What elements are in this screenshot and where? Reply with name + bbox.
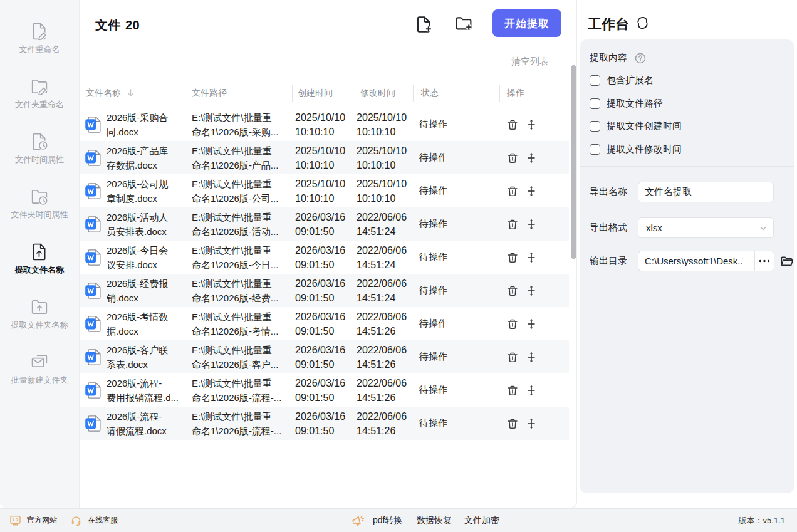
word-file-icon: [85, 182, 102, 200]
delete-icon[interactable]: [507, 185, 518, 197]
created-time: 2025/10/10 10:10:10: [295, 177, 355, 206]
table-row[interactable]: 2026版-考情数 据.docxE:\测试文件\批量重 命名1\2026版-考情…: [80, 307, 569, 340]
table-row[interactable]: 2026版-公司规 章制度.docxE:\测试文件\批量重 命名1\2026版-…: [80, 174, 569, 207]
checkbox[interactable]: [590, 121, 600, 132]
checkbox[interactable]: [590, 144, 600, 155]
word-file-icon: [85, 149, 102, 167]
checkbox-row-4[interactable]: 提取文件修改时间: [590, 143, 682, 155]
word-file-icon: [85, 282, 102, 300]
table-row[interactable]: 2026版-今日会 议安排.docxE:\测试文件\批量重 命名1\2026版-…: [80, 241, 569, 274]
status-text: 待操作: [419, 218, 447, 229]
move-icon[interactable]: [526, 252, 537, 263]
panel-divider: [580, 166, 794, 167]
pdf-convert-link[interactable]: pdf转换: [373, 509, 402, 532]
table-scrollbar-thumb[interactable]: [571, 65, 576, 259]
extract-content-title: 提取内容: [590, 52, 627, 64]
move-icon[interactable]: [526, 418, 537, 429]
add-file-icon[interactable]: [414, 15, 433, 34]
move-icon[interactable]: [526, 285, 537, 296]
delete-icon[interactable]: [507, 252, 518, 263]
column-header-1[interactable]: 文件名称: [80, 78, 185, 108]
checkbox[interactable]: [590, 75, 600, 86]
file-encrypt-link[interactable]: 文件加密: [464, 509, 499, 532]
folder-time-icon: [31, 188, 48, 206]
modified-time: 2022/06/06 14:51:26: [357, 310, 413, 338]
table-row[interactable]: 2026版-产品库 存数据.docxE:\测试文件\批量重 命名1\2026版-…: [80, 141, 569, 174]
export-format-select[interactable]: xlsx: [638, 217, 774, 238]
extract-folder-name-icon: [31, 298, 48, 316]
delete-icon[interactable]: [507, 385, 518, 396]
sidebar-item-2[interactable]: 文件夹重命名: [0, 66, 79, 121]
table-row[interactable]: 2026版-活动人 员安排表.docxE:\测试文件\批量重 命名1\2026版…: [80, 207, 569, 241]
delete-icon[interactable]: [507, 219, 518, 230]
delete-icon[interactable]: [507, 318, 518, 330]
delete-icon[interactable]: [507, 285, 518, 296]
delete-icon[interactable]: [507, 418, 518, 429]
file-name: 2026版-经费报 销.docx: [107, 276, 168, 305]
add-folder-icon[interactable]: [454, 14, 473, 33]
help-icon[interactable]: [635, 53, 646, 64]
file-name: 2026版-流程- 请假流程.docx: [107, 409, 167, 438]
word-file-icon: [85, 315, 102, 333]
sidebar: 文件重命名文件夹重命名文件时间属性文件夹时间属性提取文件名称提取文件夹名称批量新…: [0, 0, 80, 508]
sidebar-item-7[interactable]: 批量新建文件夹: [0, 342, 79, 397]
table-row[interactable]: 2026版-客户联 系表.docxE:\测试文件\批量重 命名1\2026版-客…: [80, 340, 569, 373]
move-icon[interactable]: [526, 318, 537, 330]
customer-service-label: 在线客服: [88, 515, 118, 526]
sidebar-item-label: 提取文件名称: [15, 265, 64, 274]
file-list-panel: 文件20 开始提取 清空列表 文件名称文件路径创建时间修改时间状态操作 2026…: [80, 0, 577, 508]
clear-list-button[interactable]: 清空列表: [511, 56, 549, 68]
table-row[interactable]: 2026版-经费报 销.docxE:\测试文件\批量重 命名1\2026版-经费…: [80, 274, 569, 307]
refresh-icon[interactable]: [637, 17, 649, 29]
official-website-link[interactable]: 官方网站: [10, 509, 57, 532]
created-time: 2026/03/16 09:01:50: [295, 210, 355, 239]
delete-icon[interactable]: [507, 152, 518, 164]
file-path: E:\测试文件\批量重 命名1\2026版-产品...: [192, 143, 292, 172]
sidebar-item-4[interactable]: 文件夹时间属性: [0, 176, 79, 231]
sidebar-item-label: 提取文件夹名称: [11, 320, 68, 330]
customer-service-link[interactable]: 在线客服: [71, 509, 118, 532]
move-icon[interactable]: [526, 219, 537, 230]
data-recovery-link[interactable]: 数据恢复: [417, 509, 452, 532]
sidebar-item-5[interactable]: 提取文件名称: [0, 231, 79, 286]
move-icon[interactable]: [526, 185, 537, 197]
move-icon[interactable]: [526, 385, 537, 396]
column-header-3: 创建时间: [292, 78, 355, 108]
created-time: 2026/03/16 09:01:50: [295, 243, 355, 272]
delete-icon[interactable]: [507, 352, 518, 363]
created-time: 2026/03/16 09:01:50: [295, 310, 355, 338]
checkbox[interactable]: [590, 98, 600, 109]
sidebar-item-3[interactable]: 文件时间属性: [0, 121, 79, 176]
checkbox-row-3[interactable]: 提取文件创建时间: [590, 120, 682, 132]
browse-more-button[interactable]: [754, 251, 774, 271]
file-path: E:\测试文件\批量重 命名1\2026版-公司...: [192, 177, 292, 206]
sidebar-item-6[interactable]: 提取文件夹名称: [0, 286, 79, 342]
checkbox-row-2[interactable]: 提取文件路径: [590, 98, 663, 110]
start-extract-button[interactable]: 开始提取: [492, 9, 561, 37]
status-text: 待操作: [419, 417, 447, 428]
delete-icon[interactable]: [507, 119, 518, 130]
status-text: 待操作: [419, 318, 447, 328]
export-name-input[interactable]: [638, 182, 774, 202]
table-row[interactable]: 2026版-采购合 同.docxE:\测试文件\批量重 命名1\2026版-采购…: [80, 108, 569, 141]
file-time-icon: [31, 133, 48, 150]
workbench-title: 工作台: [588, 15, 629, 34]
table-row[interactable]: 2026版-流程- 请假流程.docxE:\测试文件\批量重 命名1\2026版…: [80, 407, 569, 440]
file-name: 2026版-流程- 费用报销流程.d...: [107, 376, 179, 405]
modified-time: 2025/10/10 10:10:10: [357, 110, 413, 139]
checkbox-row-1[interactable]: 包含扩展名: [590, 75, 654, 86]
official-website-label: 官方网站: [27, 515, 57, 526]
open-folder-icon[interactable]: [780, 255, 793, 268]
move-icon[interactable]: [526, 119, 537, 130]
move-icon[interactable]: [526, 352, 537, 363]
modified-time: 2022/06/06 14:51:26: [357, 409, 413, 438]
file-name: 2026版-客户联 系表.docx: [107, 343, 168, 372]
export-format-row: 导出格式 xlsx: [590, 217, 774, 238]
ellipsis-icon: [759, 259, 770, 263]
move-icon[interactable]: [526, 152, 537, 164]
sidebar-item-1[interactable]: 文件重命名: [0, 11, 79, 66]
file-name: 2026版-产品库 存数据.docx: [107, 143, 168, 172]
output-dir-input[interactable]: [638, 251, 754, 271]
status-text: 待操作: [419, 284, 447, 295]
table-row[interactable]: 2026版-流程- 费用报销流程.d...E:\测试文件\批量重 命名1\202…: [80, 373, 569, 407]
